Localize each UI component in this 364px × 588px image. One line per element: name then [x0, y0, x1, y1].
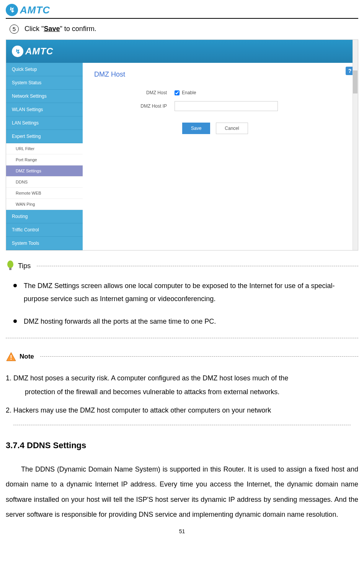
instruction-suffix: " to confirm.: [60, 25, 96, 33]
instruction-prefix: Click ": [24, 25, 44, 33]
section-paragraph: The DDNS (Dynamic Domain Name System) is…: [6, 462, 358, 522]
scrollbar[interactable]: [353, 40, 358, 250]
header-divider: [6, 18, 358, 19]
page-header: ↯ AMTC: [0, 0, 364, 16]
tips-label: Tips: [18, 262, 31, 270]
instruction-step: 5 Click "Save" to confirm.: [0, 25, 364, 39]
note-2-text: Hackers may use the DMZ host computer to…: [13, 406, 271, 414]
save-button[interactable]: Save: [182, 123, 210, 134]
note-1-text-2: protection of the firewall and becomes v…: [6, 385, 358, 399]
cancel-button[interactable]: Cancel: [216, 123, 248, 134]
bulb-icon: [6, 260, 15, 272]
brand-logo: ↯ AMTC: [6, 4, 358, 16]
screenshot-logo-icon: ↯: [12, 46, 23, 57]
sidebar-item-quick-setup[interactable]: Quick Setup: [6, 63, 83, 76]
sidebar-item-system-status[interactable]: System Status: [6, 76, 83, 90]
tips-item-2-text: DMZ hosting forwards all the ports at th…: [24, 315, 216, 328]
sidebar-sub-url-filter[interactable]: URL Filter: [6, 143, 83, 154]
enable-checkbox-wrap[interactable]: Enable: [175, 90, 346, 95]
sidebar-item-triffic-control[interactable]: Triffic Control: [6, 223, 83, 237]
note-section: ! Note: [6, 352, 358, 362]
dashed-divider: [40, 356, 358, 357]
tips-section: Tips: [6, 260, 358, 272]
note-1-num: 1.: [6, 374, 11, 382]
screenshot-body: Quick Setup System Status Network Settin…: [6, 63, 358, 250]
note-1-text-1: DMZ host poses a security risk. A comput…: [13, 374, 288, 382]
dashed-divider: [37, 266, 358, 266]
dashed-divider: [13, 425, 351, 425]
screenshot-header: ↯ AMTC: [6, 40, 358, 63]
warning-icon: !: [6, 352, 16, 362]
tips-item-1-text: The DMZ Settings screen allows one local…: [24, 279, 358, 305]
svg-text:!: !: [10, 354, 12, 361]
sidebar-item-wlan-settings[interactable]: WLAN Settings: [6, 103, 83, 116]
page-title: DMZ Host: [94, 70, 346, 79]
svg-point-0: [7, 260, 13, 268]
sidebar-item-network-settings[interactable]: Network Settings: [6, 90, 83, 103]
note-header: ! Note: [6, 352, 358, 362]
note-item-1: 1. DMZ host poses a security risk. A com…: [6, 371, 358, 399]
form-row-dmz-ip: DMZ Host IP: [94, 101, 346, 111]
scrollbar-thumb[interactable]: [353, 70, 357, 93]
router-screenshot: ↯ AMTC Quick Setup System Status Network…: [6, 39, 358, 251]
sidebar: Quick Setup System Status Network Settin…: [6, 63, 83, 250]
enable-checkbox[interactable]: [175, 90, 180, 95]
label-dmz-ip: DMZ Host IP: [94, 103, 175, 109]
sidebar-item-lan-settings[interactable]: LAN Settings: [6, 116, 83, 130]
sidebar-item-system-tools[interactable]: System Tools: [6, 237, 83, 250]
form-row-dmz-host: DMZ Host Enable: [94, 90, 346, 95]
note-2-num: 2.: [6, 406, 11, 414]
note-label: Note: [20, 353, 34, 360]
sidebar-sub-ddns[interactable]: DDNS: [6, 177, 83, 188]
note-item-2: 2. Hackers may use the DMZ host computer…: [6, 403, 358, 417]
tips-item-1: The DMZ Settings screen allows one local…: [13, 279, 358, 305]
button-row: Save Cancel: [182, 123, 346, 134]
dmz-ip-input[interactable]: [175, 101, 278, 111]
bullet-icon: [13, 319, 17, 323]
sidebar-sub-dmz-settings[interactable]: DMZ Settings: [6, 165, 83, 177]
section-heading: 3.7.4 DDNS Settings: [6, 441, 358, 450]
logo-text: AMTC: [20, 4, 50, 16]
tips-header: Tips: [6, 260, 358, 272]
logo-icon: ↯: [6, 4, 18, 16]
tips-list: The DMZ Settings screen allows one local…: [13, 279, 358, 328]
label-dmz-host: DMZ Host: [94, 90, 175, 95]
save-keyword: Save: [44, 25, 60, 33]
sidebar-item-expert-setting[interactable]: Expert Setting: [6, 130, 83, 143]
enable-label: Enable: [182, 90, 196, 95]
dashed-divider: [6, 338, 358, 338]
screenshot-logo-text: AMTC: [25, 46, 53, 57]
sidebar-sub-port-range[interactable]: Port Range: [6, 154, 83, 165]
bullet-icon: [13, 284, 17, 287]
sidebar-sub-remote-web[interactable]: Remote WEB: [6, 188, 83, 199]
page-number: 51: [0, 528, 364, 538]
note-list: 1. DMZ host poses a security risk. A com…: [6, 371, 358, 417]
tips-item-2: DMZ hosting forwards all the ports at th…: [13, 315, 358, 328]
sidebar-sub-wan-ping[interactable]: WAN Ping: [6, 199, 83, 210]
step-number: 5: [10, 25, 19, 34]
svg-rect-1: [9, 268, 11, 270]
sidebar-item-routing[interactable]: Routing: [6, 210, 83, 223]
main-content: ? DMZ Host DMZ Host Enable DMZ Host IP S…: [83, 63, 358, 250]
